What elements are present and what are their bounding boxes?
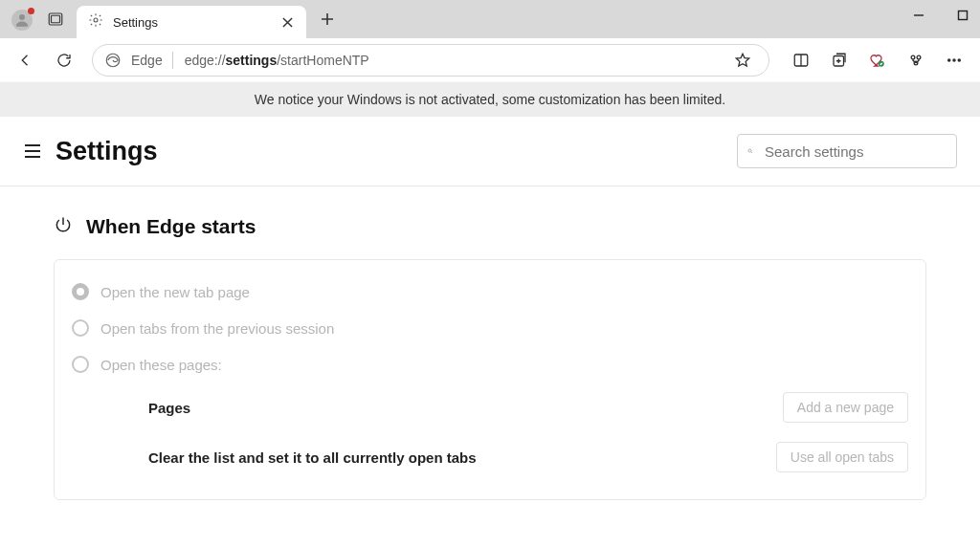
split-screen-icon[interactable] bbox=[785, 44, 817, 77]
svg-point-3 bbox=[94, 18, 98, 22]
tab-title: Settings bbox=[113, 15, 278, 30]
url-text: edge://settings/startHomeNTP bbox=[185, 53, 369, 68]
section-title: When Edge starts bbox=[86, 215, 256, 238]
power-icon bbox=[54, 215, 73, 238]
collections-icon[interactable] bbox=[823, 44, 856, 77]
pages-row: Pages Add a new page bbox=[72, 383, 908, 432]
option-new-tab[interactable]: Open the new tab page bbox=[72, 274, 908, 310]
svg-rect-4 bbox=[959, 11, 968, 20]
search-icon bbox=[747, 143, 753, 159]
health-icon[interactable] bbox=[861, 44, 894, 77]
new-tab-button[interactable] bbox=[312, 4, 343, 34]
settings-header: Settings bbox=[0, 117, 980, 186]
window-minimize-button[interactable] bbox=[907, 4, 930, 27]
settings-content: When Edge starts Open the new tab page O… bbox=[0, 186, 980, 529]
option-previous-session[interactable]: Open tabs from the previous session bbox=[72, 310, 908, 346]
activation-notice: We notice your Windows is not activated,… bbox=[0, 82, 980, 117]
svg-point-14 bbox=[958, 58, 960, 60]
browser-toolbar: Edge edge://settings/startHomeNTP bbox=[0, 38, 980, 82]
tab-close-button[interactable] bbox=[278, 12, 297, 32]
page-title: Settings bbox=[56, 137, 158, 166]
address-bar[interactable]: Edge edge://settings/startHomeNTP bbox=[92, 44, 769, 77]
browser-tab[interactable]: Settings bbox=[77, 6, 306, 38]
use-all-open-tabs-button[interactable]: Use all open tabs bbox=[776, 442, 908, 472]
search-input[interactable] bbox=[765, 143, 947, 160]
gear-icon bbox=[88, 12, 113, 32]
edge-logo-icon bbox=[104, 52, 122, 69]
radio-icon bbox=[72, 283, 89, 300]
svg-point-9 bbox=[911, 55, 915, 59]
favorite-star-icon[interactable] bbox=[726, 44, 759, 77]
svg-rect-2 bbox=[52, 15, 60, 23]
brand-label: Edge bbox=[131, 53, 163, 68]
divider bbox=[172, 52, 173, 69]
extensions-icon[interactable] bbox=[900, 44, 932, 77]
radio-icon bbox=[72, 319, 89, 337]
clear-list-row: Clear the list and set it to all current… bbox=[72, 432, 908, 482]
settings-menu-button[interactable] bbox=[19, 138, 46, 164]
more-menu-icon[interactable] bbox=[938, 44, 970, 77]
svg-point-12 bbox=[948, 58, 950, 60]
svg-point-13 bbox=[953, 58, 955, 60]
window-maximize-button[interactable] bbox=[951, 4, 974, 27]
svg-point-15 bbox=[748, 149, 751, 152]
titlebar: Settings bbox=[0, 0, 980, 38]
startup-options-card: Open the new tab page Open tabs from the… bbox=[54, 259, 926, 500]
search-settings-field[interactable] bbox=[737, 134, 957, 168]
radio-icon bbox=[72, 356, 89, 373]
back-button[interactable] bbox=[10, 44, 42, 77]
option-specific-pages[interactable]: Open these pages: bbox=[72, 346, 908, 383]
refresh-button[interactable] bbox=[48, 44, 80, 77]
svg-point-10 bbox=[917, 55, 921, 59]
tab-actions-button[interactable] bbox=[42, 6, 69, 33]
profile-avatar[interactable] bbox=[11, 10, 33, 31]
svg-point-0 bbox=[19, 14, 25, 20]
add-new-page-button[interactable]: Add a new page bbox=[783, 392, 908, 423]
